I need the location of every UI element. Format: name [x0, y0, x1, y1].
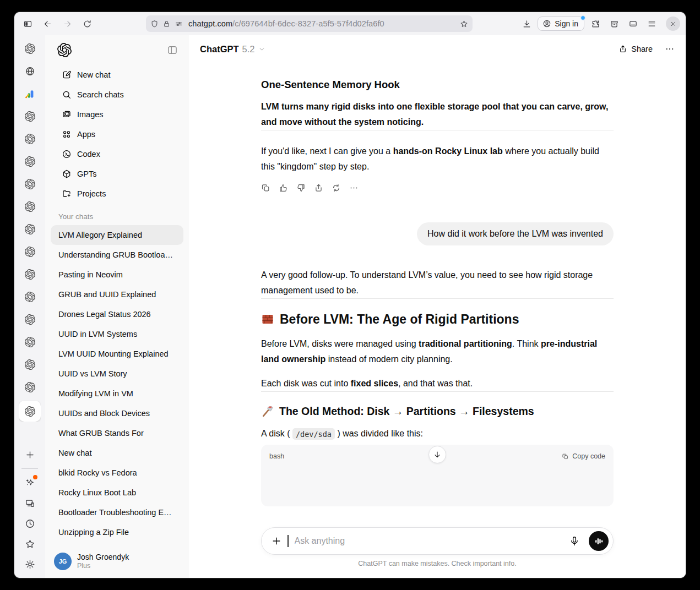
browser-tab[interactable]: [19, 265, 41, 283]
sidebar-nav-item[interactable]: New chat: [50, 65, 185, 85]
chat-history-item[interactable]: LVM UUID Mounting Explained: [51, 344, 183, 364]
container-button[interactable]: [606, 16, 622, 31]
browser-tab[interactable]: [19, 220, 41, 238]
synced-tabs-button[interactable]: [21, 495, 38, 511]
chat-main-area: ChatGPT 5.2 Share One-Sentence Memory Ho…: [189, 35, 686, 578]
browser-tab[interactable]: [19, 152, 41, 170]
chat-history-item[interactable]: UUIDs and Block Devices: [51, 403, 183, 423]
sidebar-nav-item[interactable]: Projects: [50, 184, 185, 204]
attach-plus-icon[interactable]: [271, 536, 282, 547]
assistant-paragraph: A disk ( /dev/sda ) was divided like thi…: [261, 426, 614, 441]
waveform-icon: [594, 536, 604, 547]
reload-button[interactable]: [79, 16, 95, 31]
text-cursor: [287, 535, 289, 547]
copy-icon[interactable]: [261, 183, 270, 193]
browser-tab[interactable]: [19, 288, 41, 305]
downloads-button[interactable]: [519, 16, 534, 31]
back-button[interactable]: [40, 16, 55, 31]
chat-history-item[interactable]: Drones Legal Status 2026: [51, 304, 183, 324]
shield-icon[interactable]: [150, 20, 159, 28]
sidebar-nav: New chat Search chats Images Apps Codex: [45, 65, 189, 204]
thumbs-up-icon[interactable]: [279, 183, 288, 193]
forward-button[interactable]: [59, 16, 75, 31]
chat-history-item[interactable]: New chat: [51, 443, 183, 463]
bookmarks-button[interactable]: [21, 536, 38, 552]
browser-tab[interactable]: [19, 107, 41, 125]
chat-title: What GRUB Stands For: [58, 429, 144, 438]
extensions-button[interactable]: [588, 16, 603, 31]
permissions-icon[interactable]: [175, 20, 183, 28]
browser-tab[interactable]: [19, 401, 41, 422]
history-button[interactable]: [21, 515, 38, 532]
message-input[interactable]: [295, 536, 564, 546]
chat-history-item[interactable]: blkid Rocky vs Fedora: [51, 463, 183, 483]
collapse-sidebar-icon[interactable]: [167, 45, 178, 56]
copy-icon: [562, 453, 569, 460]
chat-history-item[interactable]: Pasting in Neovim: [51, 265, 183, 285]
openai-logo-icon[interactable]: [57, 43, 72, 57]
sidebar-nav-item[interactable]: Apps: [50, 124, 185, 144]
user-name: Josh Groendyk: [77, 553, 129, 562]
regenerate-icon[interactable]: [332, 183, 341, 193]
window-tools-button[interactable]: [625, 16, 641, 31]
browser-tab[interactable]: [19, 62, 41, 80]
account-footer[interactable]: JG Josh Groendyk Plus: [45, 545, 189, 578]
gpts-icon: [62, 169, 72, 179]
sidebar-toggle-button[interactable]: [20, 16, 35, 31]
ai-features-button[interactable]: [21, 474, 38, 491]
assistant-paragraph: If you'd like, next I can give you a han…: [261, 144, 614, 174]
browser-tab[interactable]: [19, 175, 41, 193]
dictate-mic-icon[interactable]: [569, 536, 580, 547]
close-window-button[interactable]: [666, 17, 680, 31]
chat-history-item[interactable]: Bootloader Troubleshooting E…: [51, 502, 183, 522]
browser-tab[interactable]: [19, 356, 41, 373]
browser-tab[interactable]: [19, 378, 41, 396]
share-button[interactable]: Share: [618, 45, 653, 53]
chat-history-item[interactable]: Understanding GRUB Bootloa…: [51, 245, 183, 265]
chat-history-item[interactable]: Rocky Linux Boot Lab: [51, 483, 183, 502]
chat-history-item[interactable]: GRUB and UUID Explained: [51, 285, 183, 304]
sign-in-button[interactable]: Sign in: [538, 17, 584, 31]
sidebar-nav-item[interactable]: Codex: [50, 144, 185, 164]
share-message-icon[interactable]: [314, 183, 323, 193]
sidebar-nav-item[interactable]: Search chats: [50, 85, 185, 105]
sidebar-nav-item[interactable]: GPTs: [50, 164, 185, 184]
app-menu-button[interactable]: [644, 16, 659, 31]
chat-history-item[interactable]: What GRUB Stands For: [51, 423, 183, 443]
back-arrow-icon: [43, 19, 52, 29]
chat-history-item[interactable]: UUID in LVM Systems: [51, 324, 183, 344]
more-actions-icon[interactable]: [349, 183, 359, 193]
chat-history-item[interactable]: LVM Allegory Explained: [51, 225, 183, 245]
chat-history-item[interactable]: UUID vs LVM Story: [51, 364, 183, 384]
more-options-icon[interactable]: [665, 44, 675, 54]
chat-history-item[interactable]: Unzipping a Zip File: [51, 522, 183, 542]
browser-tab[interactable]: [19, 40, 41, 57]
bookmark-star-icon[interactable]: [460, 20, 468, 28]
chat-history-item[interactable]: Modifying LVM in VM: [51, 384, 183, 403]
browser-tab[interactable]: [19, 198, 41, 215]
browser-tab[interactable]: [19, 243, 41, 260]
browser-tab[interactable]: [19, 85, 41, 102]
chatgpt-icon: [25, 269, 35, 280]
model-selector[interactable]: ChatGPT 5.2: [200, 44, 265, 54]
divider: [261, 391, 614, 392]
url-text: chatgpt.com/c/697644bf-6dec-8327-a5f5-57…: [188, 19, 456, 28]
new-tab-button[interactable]: [21, 446, 38, 463]
chatgpt-icon: [25, 314, 35, 325]
browser-tab[interactable]: [19, 333, 41, 351]
browser-tab[interactable]: [19, 310, 41, 328]
lock-icon[interactable]: [162, 20, 171, 28]
copy-code-button[interactable]: Copy code: [562, 449, 605, 464]
message-input-bar[interactable]: [261, 527, 614, 555]
code-content[interactable]: [261, 468, 614, 506]
url-bar[interactable]: chatgpt.com/c/697644bf-6dec-8327-a5f5-57…: [146, 15, 473, 32]
scroll-to-bottom-button[interactable]: [428, 446, 446, 463]
thumbs-down-icon[interactable]: [296, 183, 306, 193]
sidebar-nav-item[interactable]: Images: [50, 105, 185, 124]
chatgpt-icon: [25, 201, 35, 212]
account-icon: [542, 19, 551, 28]
voice-mode-button[interactable]: [589, 531, 609, 551]
settings-button[interactable]: [21, 556, 38, 572]
conversation-scroll-area[interactable]: One-Sentence Memory Hook LVM turns many …: [189, 63, 686, 578]
browser-tab[interactable]: [19, 130, 41, 148]
